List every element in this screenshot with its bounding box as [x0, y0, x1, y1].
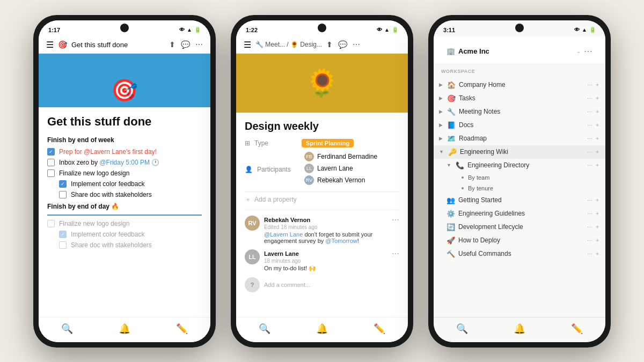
- label-useful-commands: Useful Commands: [458, 250, 584, 257]
- checkbox-6[interactable]: [59, 231, 67, 238]
- compose-icon-1[interactable]: ✏️: [176, 323, 188, 335]
- check-text-6: Implement color feedback: [71, 231, 144, 238]
- workspace-more[interactable]: ⋯: [584, 46, 592, 56]
- bell-icon-3[interactable]: 🔔: [514, 323, 525, 335]
- check-item-2[interactable]: Finalize new logo design: [47, 169, 202, 177]
- comment-icon-2[interactable]: 💬: [338, 40, 347, 49]
- comment-icon-1[interactable]: 💬: [181, 40, 190, 49]
- search-icon-2[interactable]: 🔍: [259, 323, 270, 335]
- search-icon-3[interactable]: 🔍: [456, 323, 468, 335]
- comment-author-1: Lavern Lane: [264, 250, 299, 257]
- compose-icon-2[interactable]: ✏️: [374, 323, 385, 335]
- comment-placeholder[interactable]: Add a comment...: [264, 282, 399, 288]
- sidebar-item-docs[interactable]: ▶ 📘 Docs ⋯ ＋: [434, 119, 605, 132]
- actions-getting-started: ⋯ ＋: [587, 196, 600, 204]
- hamburger-icon-2[interactable]: ☰: [244, 40, 251, 50]
- property-type-row: ⊞ Type Sprint Planning: [245, 139, 399, 147]
- check-item-0[interactable]: Prep for @Lavern Lane's first day!: [47, 148, 202, 156]
- status-icons-2: 👁 ▲ 🔋: [377, 27, 398, 33]
- check-item-6[interactable]: Implement color feedback: [59, 231, 202, 238]
- more-icon-1[interactable]: ⋯: [195, 40, 203, 49]
- main-title-1: Get this stuff done: [47, 115, 202, 129]
- check-item-7[interactable]: Share doc with stakeholders: [59, 241, 202, 249]
- breadcrumb-2: 🔧 Meet... / 🌻 Desig...: [255, 41, 322, 48]
- bell-icon-1[interactable]: 🔔: [119, 323, 130, 335]
- hamburger-icon-1[interactable]: ☰: [46, 40, 54, 50]
- checkbox-1[interactable]: [47, 159, 55, 166]
- top-bar-1: ☰ 🎯 Get this stuff done ⬆ 💬 ⋯: [39, 36, 210, 54]
- avatar-rebekah: RV: [304, 175, 314, 185]
- phone-notch-2: [318, 24, 326, 32]
- participant-name-1: Lavern Lane: [317, 165, 353, 172]
- workspace-name-row: 🏢 Acme Inc ⌄ ⋯: [441, 43, 598, 60]
- phone-screen-1: 1:17 👁 ▲ 🔋 ☰ 🎯 Get this stuff done ⬆ 💬 ⋯…: [39, 20, 210, 342]
- search-icon-1[interactable]: 🔍: [61, 323, 73, 335]
- share-icon-2[interactable]: ⬆: [326, 40, 333, 49]
- actions-company-home: ⋯ ＋: [587, 81, 600, 88]
- arrow-meeting-notes: ▶: [439, 109, 443, 114]
- add-property-label: Add a property: [254, 196, 297, 203]
- actions-meeting-notes: ⋯ ＋: [587, 108, 600, 115]
- sidebar-item-company-home[interactable]: ▶ 🏠 Company Home ⋯ ＋: [434, 78, 605, 92]
- actions-engineering-wiki: ⋯ ＋: [587, 148, 600, 156]
- checkbox-2[interactable]: [47, 169, 55, 177]
- top-bar-icons-1: ⬆ 💬 ⋯: [169, 40, 203, 49]
- checkbox-4[interactable]: [59, 191, 67, 198]
- check-text-4: Share doc with stakeholders: [71, 191, 152, 198]
- page-title-2: Design weekly: [245, 120, 399, 132]
- actions-engineering-guidelines: ⋯ ＋: [587, 210, 600, 217]
- check-text-5: Finalize new logo design: [59, 220, 129, 227]
- share-icon-1[interactable]: ⬆: [169, 40, 175, 49]
- check-text-7: Share doc with stakeholders: [71, 241, 152, 249]
- participant-2: RV Rebekah Vernon: [304, 175, 377, 185]
- comment-content-0: Rebekah Vernon ⋯ Edited 18 minutes ago @…: [264, 216, 399, 244]
- check-item-4[interactable]: Share doc with stakeholders: [59, 191, 202, 198]
- comment-meta-1: 18 minutes ago: [264, 258, 399, 264]
- arrow-engineering-directory: ▼: [447, 162, 451, 168]
- label-by-tenure: By tenure: [468, 185, 493, 191]
- body-2: Design weekly ⊞ Type Sprint Planning 👤 P…: [236, 113, 408, 317]
- checkbox-0[interactable]: [47, 148, 55, 156]
- check-item-5[interactable]: Finalize new logo design: [47, 220, 202, 227]
- bell-icon-2[interactable]: 🔔: [316, 323, 328, 335]
- avatar-ferdinand: FB: [304, 152, 314, 161]
- comment-input-row[interactable]: ? Add a comment...: [245, 277, 399, 292]
- sprint-badge: Sprint Planning: [302, 139, 354, 147]
- checkbox-3[interactable]: [59, 180, 67, 188]
- sidebar-item-engineering-guidelines[interactable]: ⚙️ Engineering Guidelines ⋯ ＋: [434, 207, 605, 220]
- comment-more-1[interactable]: ⋯: [392, 249, 399, 258]
- sidebar-item-by-tenure[interactable]: By tenure: [434, 183, 605, 194]
- check-item-1[interactable]: Inbox zero by @Friday 5:00 PM 🕐: [47, 159, 202, 166]
- checkbox-5[interactable]: [47, 220, 55, 227]
- arrow-roadmap: ▶: [439, 136, 443, 141]
- label-engineering-wiki: Engineering Wiki: [460, 148, 584, 156]
- check-text-2: Finalize new logo design: [59, 169, 129, 177]
- arrow-docs: ▶: [439, 122, 443, 128]
- workspace-name[interactable]: Acme Inc: [458, 47, 573, 55]
- comment-text-0: @Lavern Lane don't forget to submit your…: [264, 231, 399, 244]
- sidebar-item-useful-commands[interactable]: 🔨 Useful Commands ⋯ ＋: [434, 247, 605, 261]
- workspace-chevron[interactable]: ⌄: [576, 48, 581, 54]
- compose-icon-3[interactable]: ✏️: [571, 323, 583, 335]
- actions-roadmap: ⋯ ＋: [587, 135, 600, 142]
- type-icon: ⊞: [245, 139, 250, 147]
- more-icon-2[interactable]: ⋯: [353, 40, 360, 49]
- add-property-row[interactable]: ＋ Add a property: [245, 191, 399, 208]
- sidebar-item-getting-started[interactable]: 👥 Getting Started ⋯ ＋: [434, 194, 605, 207]
- phone-1: 1:17 👁 ▲ 🔋 ☰ 🎯 Get this stuff done ⬆ 💬 ⋯…: [33, 15, 216, 348]
- sidebar-item-by-team[interactable]: By team: [434, 172, 605, 183]
- checkbox-7[interactable]: [59, 241, 67, 249]
- sidebar-item-development-lifecycle[interactable]: 🔄 Development Lifecycle ⋯ ＋: [434, 220, 605, 234]
- sidebar-item-roadmap[interactable]: ▶ 🗺️ Roadmap ⋯ ＋: [434, 132, 605, 145]
- comment-more-0[interactable]: ⋯: [392, 216, 399, 224]
- sidebar-item-meeting-notes[interactable]: ▶ 🔧 Meeting Notes ⋯ ＋: [434, 105, 605, 119]
- participants-icon: 👤: [245, 166, 253, 173]
- check-item-3[interactable]: Implement color feedback: [59, 180, 202, 188]
- sidebar-item-tasks[interactable]: ▶ 🎯 Tasks ⋯ ＋: [434, 92, 605, 105]
- arrow-tasks: ▶: [439, 95, 443, 101]
- actions-tasks: ⋯ ＋: [587, 94, 600, 102]
- sidebar-item-how-to-deploy[interactable]: 🚀 How to Deploy ⋯ ＋: [434, 234, 605, 247]
- sidebar-item-engineering-directory[interactable]: ▼ 📞 Engineering Directory ⋯ ＋: [434, 159, 605, 172]
- sidebar-item-engineering-wiki[interactable]: ▼ 🔑 Engineering Wiki ⋯ ＋: [434, 145, 605, 159]
- participants-list: FB Ferdinand Bernadine LL Lavern Lane RV…: [304, 152, 377, 187]
